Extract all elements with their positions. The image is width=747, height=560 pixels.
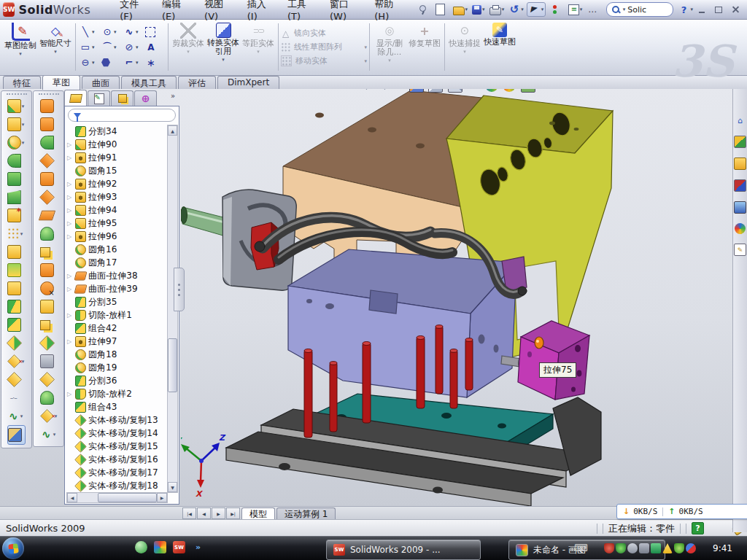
toolbar-grip[interactable]	[39, 93, 59, 95]
dropdown-arrow-icon[interactable]: ▾	[541, 7, 544, 12]
configurationmanager-tab-icon[interactable]	[111, 90, 133, 106]
keyboard-layout-icon[interactable]: ⌨	[574, 542, 588, 553]
tree-item[interactable]: 圆角18	[66, 348, 168, 361]
dropdown-arrow-icon[interactable]: ▾	[92, 60, 95, 66]
tree-item[interactable]: 组合43	[66, 400, 168, 413]
expand-arrow-icon[interactable]	[67, 194, 73, 201]
tree-item[interactable]: 圆角16	[66, 243, 168, 256]
sync-icon[interactable]	[686, 543, 696, 553]
taskbar-clock[interactable]: 9:41	[713, 543, 732, 553]
select-arrow-icon[interactable]: ▾	[527, 2, 546, 17]
expand-arrow-icon[interactable]	[67, 312, 73, 319]
quick-tips-icon[interactable]: ?	[692, 522, 704, 534]
expand-arrow-icon[interactable]	[67, 207, 73, 214]
boundary-boss-icon[interactable]: ▾	[40, 225, 58, 243]
line-icon[interactable]: ▾	[78, 24, 100, 39]
rib-icon[interactable]: ▾	[7, 243, 26, 261]
dropdown-arrow-icon[interactable]: ▾	[22, 122, 25, 128]
reference-plane-icon[interactable]: ▾	[40, 206, 58, 225]
expand-arrow-icon[interactable]	[67, 338, 73, 345]
tab-nav-button[interactable]: ▶	[212, 508, 225, 519]
sketch-fillet-icon[interactable]: ▾	[122, 55, 144, 70]
expand-arrow-icon[interactable]	[67, 286, 73, 292]
resources-icon[interactable]	[735, 115, 746, 126]
expand-arrow-icon[interactable]	[67, 233, 73, 240]
tree-horizontal-scrollbar[interactable]: ◀ ▶	[66, 492, 168, 503]
cavity-icon[interactable]: ▾	[40, 279, 58, 298]
dropdown-arrow-icon[interactable]: ▾	[502, 7, 505, 12]
expand-arrow-icon[interactable]	[67, 155, 73, 161]
dropdown-arrow-icon[interactable]: ▾	[114, 29, 117, 35]
arc-icon[interactable]: ▾	[100, 39, 122, 55]
search-input[interactable]: Solic	[627, 5, 646, 15]
security-alert-icon[interactable]	[604, 543, 614, 553]
lights-icon[interactable]: ▾	[547, 3, 565, 16]
dropdown-arrow-icon[interactable]: ▾	[465, 7, 468, 12]
ribbon-tab[interactable]: 草图	[42, 75, 80, 90]
panel-overflow-button[interactable]: »	[168, 92, 178, 101]
extrude-boss-icon[interactable]: ▾	[7, 97, 26, 115]
menu-item[interactable]: 帮助(H)	[364, 0, 407, 24]
swept-cut-icon[interactable]: ▾	[40, 133, 58, 152]
expand-arrow-icon[interactable]	[67, 181, 73, 187]
offset-entities-button[interactable]: 等距实体 ▾	[241, 19, 276, 75]
tree-item[interactable]: 圆角15	[66, 164, 168, 177]
combine-bodies-icon[interactable]: ▾	[7, 316, 26, 334]
featuremanager-tab-icon[interactable]	[64, 90, 87, 106]
tree-item[interactable]: 圆角17	[66, 256, 168, 269]
tab-nav-button[interactable]: ▶|	[226, 508, 240, 519]
design-library-icon[interactable]	[734, 136, 746, 148]
dropdown-arrow-icon[interactable]: ▾	[388, 58, 391, 63]
tree-item[interactable]: 实体-移动/复制15	[66, 440, 168, 453]
menu-item[interactable]: 视图(V)	[194, 0, 237, 24]
tree-item[interactable]: 切除-放样2	[66, 387, 168, 400]
loft-icon[interactable]: ▾	[40, 152, 58, 170]
instant3d-icon[interactable]: ▾	[7, 425, 26, 445]
dropdown-arrow-icon[interactable]: ▾	[20, 231, 23, 237]
file-explorer-icon[interactable]	[734, 158, 746, 170]
smart-dimension-button[interactable]: 智能尺寸 ▾	[38, 19, 73, 75]
ribbon-tab[interactable]: 特征	[3, 76, 41, 89]
search-box[interactable]: ▾ Solic	[606, 2, 674, 17]
tree-item[interactable]: 分割35	[66, 295, 168, 308]
messenger-icon[interactable]	[135, 541, 147, 553]
expand-arrow-icon[interactable]	[67, 273, 73, 279]
scroll-right-icon[interactable]: ▶	[157, 493, 167, 502]
sketch-button[interactable]: 草图绘制 ▾	[3, 19, 38, 75]
quick-snaps-button[interactable]: 快速捕捉 ▾	[447, 19, 482, 75]
dropdown-arrow-icon[interactable]: ▾	[136, 44, 139, 50]
dropdown-arrow-icon[interactable]: ▾	[22, 140, 25, 146]
dropdown-arrow-icon[interactable]: ▾	[22, 104, 25, 109]
delete-body-icon[interactable]: ▾	[7, 352, 26, 370]
dropdown-arrow-icon[interactable]: ▾	[690, 7, 693, 12]
draft-icon[interactable]: ▾	[7, 261, 26, 279]
spline-icon[interactable]: ▾	[122, 24, 144, 39]
dome-icon[interactable]: ▾	[40, 389, 58, 407]
tree-item[interactable]: 拉伸90	[66, 138, 168, 151]
tree-item[interactable]: 实体-移动/复制13	[66, 413, 168, 427]
ribbon-tab[interactable]: 曲面	[82, 76, 120, 89]
copy-body-icon[interactable]: ▾	[40, 243, 58, 261]
scroll-down-icon[interactable]: ▼	[168, 482, 177, 492]
network-speed-widget[interactable]: ↓ 0KB/S ↑ 0KB/S	[616, 504, 747, 519]
new-document-icon[interactable]: ▾	[434, 3, 450, 16]
split-body-icon[interactable]: ▾	[7, 298, 26, 316]
curve-icon[interactable]: ▾	[7, 389, 26, 407]
dropdown-arrow-icon[interactable]: ▾	[463, 49, 466, 55]
undo-icon[interactable]: ▾	[507, 3, 525, 16]
scroll-up-icon[interactable]: ▲	[168, 125, 177, 136]
print-icon[interactable]: ▾	[488, 4, 506, 16]
dropdown-arrow-icon[interactable]: ▾	[521, 7, 524, 12]
tree-filter-box[interactable]	[68, 109, 176, 122]
dropdown-arrow-icon[interactable]: ▾	[92, 29, 95, 35]
polygon-icon[interactable]: ▾	[100, 55, 122, 70]
save-icon[interactable]: ▾	[471, 4, 487, 15]
tree-item[interactable]: 曲面-拉伸38	[66, 269, 168, 282]
design-checker-icon[interactable]: ▾	[567, 4, 584, 16]
defender-icon[interactable]	[674, 543, 684, 553]
expand-arrow-icon[interactable]	[67, 220, 73, 227]
tree-item[interactable]: 组合42	[66, 322, 168, 335]
tree-item[interactable]: 拉伸92	[66, 177, 168, 190]
dropdown-arrow-icon[interactable]: ▾	[54, 49, 57, 55]
antivirus-icon[interactable]	[616, 543, 626, 553]
